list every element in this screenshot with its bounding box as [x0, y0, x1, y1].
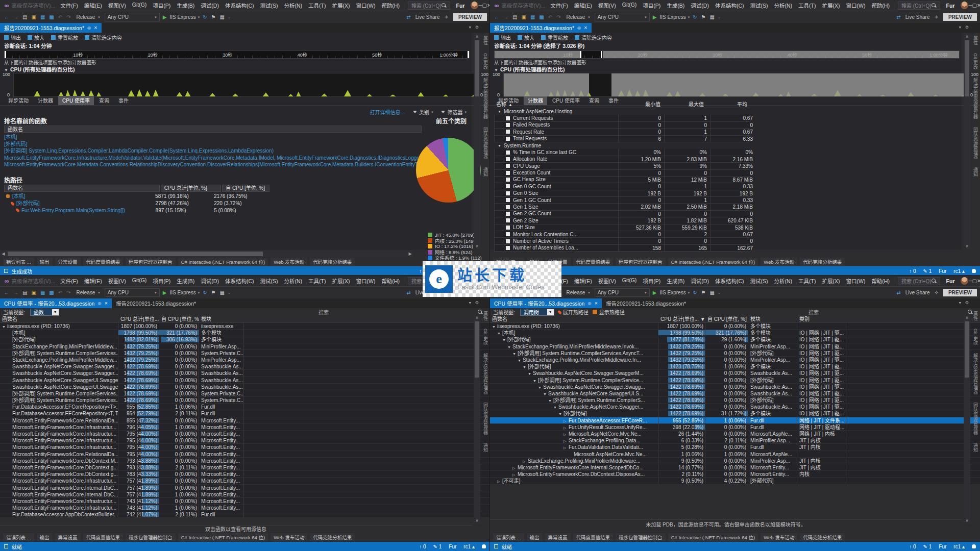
menu-item[interactable]: 体系结构(C) [712, 277, 747, 285]
counter-checkbox[interactable] [506, 178, 510, 182]
minimize-button[interactable]: ─ [968, 3, 972, 8]
table-search-box[interactable]: 搜索▾ [808, 309, 977, 315]
menu-item[interactable]: 项目(P) [640, 1, 664, 10]
call-tree-row[interactable]: ▷StackExchange.Profiling.MiniProfilerMid… [490, 458, 980, 464]
save-icon[interactable]: ▦ [39, 14, 46, 20]
side-tab[interactable]: Git 更改 [972, 53, 979, 69]
minimize-button[interactable]: ─ [968, 278, 972, 284]
side-tab[interactable]: 通知 [972, 167, 979, 177]
gear-icon[interactable]: ⚙ [475, 25, 479, 30]
function-table-row[interactable]: Swashbuckle.AspNetCore.SwaggerUI.Swagge.… [0, 377, 490, 384]
close-tab-icon[interactable]: ✕ [594, 301, 598, 306]
panel-tab[interactable]: 代码度量值结果 [83, 258, 124, 266]
document-tab[interactable]: 报告20200921-1553.diagsession*◎✕ [0, 23, 102, 33]
chevron-down-icon[interactable]: ▾ [959, 300, 961, 305]
unpushed-commits-count[interactable]: ✎ 1 [433, 544, 442, 549]
panel-tab[interactable]: 错误列表 ... [493, 533, 524, 541]
menu-item[interactable]: 体系结构(C) [222, 277, 257, 285]
counter-checkbox[interactable] [506, 232, 510, 236]
counter-row[interactable]: Current Requests010.67 [494, 115, 750, 121]
panel-tab[interactable]: 异常设置 [55, 258, 81, 266]
menu-item[interactable]: Git(G) [129, 1, 150, 10]
call-tree-row[interactable]: ▼[外部调用] System.Runtime.CompilerS...1422 … [490, 397, 980, 404]
call-tree-row[interactable]: ▼iisexpress.exe (PID: 10736)1807 (100.00… [490, 323, 980, 330]
call-tree-row[interactable]: ▼Swashbuckle.AspNetCore.Swagger.Swagg...… [490, 384, 980, 390]
menu-item[interactable]: 文件(F) [57, 1, 81, 10]
repo-name[interactable]: Fur [449, 544, 456, 549]
menu-item[interactable]: 工具(T) [795, 1, 819, 10]
maximize-button[interactable]: ▢ [972, 278, 977, 284]
expander-icon[interactable]: ▼ [502, 337, 507, 342]
expander-icon[interactable]: ▼ [558, 411, 564, 416]
counter-row[interactable]: GC Heap Size5 MiB12 MiB8.67 MiB [494, 177, 750, 183]
menu-item[interactable]: 帮助(H) [378, 277, 403, 285]
platform-dropdown[interactable]: Any CPU▾ [595, 13, 650, 21]
open-folder-icon[interactable]: ▣ [520, 14, 527, 20]
expander-icon[interactable]: ▼ [538, 384, 543, 390]
menu-item[interactable]: 项目(P) [150, 277, 174, 285]
expander-icon[interactable]: ▼ [528, 370, 533, 376]
preview-button[interactable]: PREVIEW [453, 13, 487, 21]
document-tab-report[interactable]: 报告20200921-1553.diagsession* [112, 298, 200, 308]
counter-row[interactable]: Allocation Rate1.20 MiB2.83 MiB2.16 MiB [494, 156, 750, 163]
report-tab[interactable]: 查询 [95, 96, 113, 105]
start-debug-icon[interactable]: ▶ [652, 290, 658, 295]
scroll-left-icon[interactable]: ◀ [0, 252, 7, 256]
expander-icon[interactable]: ▼ [533, 378, 538, 383]
avatar[interactable] [471, 2, 478, 9]
menu-item[interactable]: 分析(N) [281, 1, 305, 10]
panel-tab[interactable]: 代码度量值结果 [83, 533, 124, 541]
expander-icon[interactable]: ▷ [564, 418, 569, 423]
navigate-forward-icon[interactable]: → [502, 14, 509, 20]
counter-checkbox[interactable] [506, 123, 510, 127]
panel-tab[interactable]: 输出 [527, 533, 543, 541]
search-box[interactable]: 搜索 (Ctrl+Q) [408, 2, 450, 10]
selection-handle[interactable] [468, 51, 469, 58]
panel-tab[interactable]: 代码度量值结果 [573, 258, 614, 266]
selection-handle[interactable] [580, 51, 581, 58]
expander-icon[interactable]: ▼ [518, 357, 523, 363]
panel-tab[interactable]: 错误列表 ... [3, 258, 34, 266]
menu-item[interactable]: 生成(B) [174, 277, 198, 285]
expander-icon[interactable]: ▷ [564, 438, 569, 443]
function-table-row[interactable]: [外部代码]1482 (82.01%)306 (16.93%)多个模块 [0, 336, 490, 343]
call-tree-row[interactable]: ▷StackExchange.Profiling.Data...6 (0.33%… [490, 437, 980, 444]
call-tree-row[interactable]: ▼StackExchange.Profiling.MiniProfilerMid… [490, 343, 980, 350]
navigate-back-icon[interactable]: ← [493, 14, 500, 20]
hot-path-function[interactable]: Fur.Web.Entry.Program.Main(System.String… [21, 207, 125, 214]
show-hot-path-button[interactable]: 显示热路径 [593, 308, 625, 316]
expander-icon[interactable]: ▷ [512, 471, 518, 477]
expander-icon[interactable]: ▼ [497, 330, 502, 336]
save-icon[interactable]: ▦ [529, 14, 536, 20]
function-table-row[interactable]: Microsoft.EntityFrameworkCore.Relational… [0, 451, 490, 458]
avatar[interactable] [961, 277, 968, 285]
expander-icon[interactable]: ▷ [564, 424, 569, 430]
vertical-scrollbar[interactable]: ∧∨ [964, 34, 970, 249]
close-button[interactable]: ✕ [977, 278, 980, 284]
report-tab[interactable]: CPU 使用率 [58, 96, 94, 105]
close-tab-icon[interactable]: ✕ [104, 301, 108, 306]
feedback-icon[interactable]: ✧ [933, 290, 939, 295]
function-table-row[interactable]: Microsoft.EntityFrameworkCore.Internal.D… [0, 491, 490, 498]
refresh-icon[interactable]: ↻ [692, 14, 698, 20]
side-tab[interactable]: 通知 [972, 443, 979, 452]
report-tool-button[interactable]: 放大 [28, 34, 44, 41]
preview-button[interactable]: PREVIEW [943, 289, 977, 296]
report-tool-button[interactable]: 输出 [4, 34, 21, 41]
function-table-row[interactable]: Microsoft.EntityFrameworkCore.Relational… [0, 417, 490, 424]
menu-item[interactable]: 编辑(E) [571, 1, 595, 10]
call-tree-row[interactable]: ▷Fur.DatabaseAccessor.EFCoreR...955 (52.… [490, 417, 980, 424]
live-share-label[interactable]: Live Share [905, 290, 930, 295]
side-tab[interactable]: 解决方案资源管理器 [972, 353, 979, 394]
start-debug-icon[interactable]: ▶ [162, 14, 168, 20]
chevron-down-icon[interactable]: ▾ [469, 300, 471, 305]
function-table-row[interactable]: [外部调用] System.Runtime.CompilerServices..… [0, 350, 490, 357]
function-table-row[interactable]: [外部调用] System.Runtime.CompilerServices..… [0, 390, 490, 397]
menu-item[interactable]: 编辑(E) [81, 1, 105, 10]
side-tab[interactable]: 属性 [482, 311, 489, 320]
feedback-icon[interactable]: ✧ [933, 14, 939, 20]
memory-icon[interactable]: ▦ [709, 14, 716, 20]
call-tree-row[interactable]: ▼[外部调用] System.Runtime.CompilerServices.… [490, 350, 980, 357]
panel-tab[interactable]: Web 发布活动 [271, 258, 307, 266]
document-tab-cpu-usage[interactable]: CPU 使用率 - 报告20...53.diagsession◎✕ [490, 298, 602, 308]
